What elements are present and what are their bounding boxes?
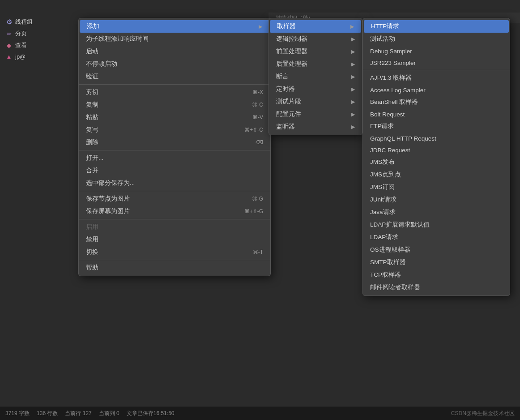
menu-item-enable: 启用 bbox=[79, 221, 270, 233]
menu-item-delete[interactable]: 删除 ⌫ bbox=[79, 136, 270, 149]
label: BeanShell 取样器 bbox=[370, 98, 503, 106]
sidebar-item-view[interactable]: ◆ 查看 bbox=[0, 39, 78, 51]
label: 启用 bbox=[86, 223, 263, 231]
submenu-arrow: ▶ bbox=[351, 124, 355, 130]
menu-item-jsr223-sampler[interactable]: JSR223 Sampler bbox=[363, 57, 510, 69]
label: 保存屏幕为图片 bbox=[86, 207, 234, 215]
sidebar-item-label: 线程组 bbox=[15, 18, 33, 26]
menu-item-jms-subscribe[interactable]: JMS订阅 bbox=[363, 181, 510, 193]
menu-item-jdbc-request[interactable]: JDBC Request bbox=[363, 144, 510, 156]
sidebar-item-jp[interactable]: ▲ jp@ bbox=[0, 51, 78, 62]
label: 删除 bbox=[86, 138, 245, 146]
menu-item-listener[interactable]: 监听器 ▶ bbox=[269, 120, 362, 133]
shortcut: ⌘-C bbox=[252, 102, 263, 108]
menu-item-mail-reader[interactable]: 邮件阅读者取样器 bbox=[363, 281, 510, 294]
label: JMS订阅 bbox=[370, 183, 503, 191]
menu-item-no-stop-start[interactable]: 不停顿启动 bbox=[79, 58, 270, 70]
menu-item-os-process[interactable]: OS进程取样器 bbox=[363, 244, 510, 256]
menu-item-junit-request[interactable]: JUnit请求 bbox=[363, 193, 510, 206]
shortcut: ⌘+⇧-C bbox=[244, 127, 263, 133]
menu-item-start[interactable]: 启动 bbox=[79, 45, 270, 58]
sidebar-item-label: jp@ bbox=[15, 53, 26, 60]
label: 为子线程添加响应时间 bbox=[86, 35, 263, 43]
label: 后置处理器 bbox=[276, 60, 348, 68]
submenu-arrow: ▶ bbox=[351, 36, 355, 42]
sidebar-item-label: 分页 bbox=[15, 30, 27, 38]
menu-item-ftp-request[interactable]: FTP请求 bbox=[363, 120, 510, 133]
menu-item-config-element[interactable]: 配置元件 ▶ bbox=[269, 108, 362, 120]
menu-item-assertion[interactable]: 断言 ▶ bbox=[269, 70, 362, 83]
menu-item-copy[interactable]: 复制 ⌘-C bbox=[79, 99, 270, 111]
menu-item-ldap-request[interactable]: LDAP请求 bbox=[363, 231, 510, 244]
menu-item-debug-sampler[interactable]: Debug Sampler bbox=[363, 45, 510, 57]
submenu-arrow: ▶ bbox=[351, 61, 355, 67]
label: 测试片段 bbox=[276, 98, 348, 106]
separator-1 bbox=[79, 84, 270, 85]
menu-item-jms-publish[interactable]: JMS发布 bbox=[363, 156, 510, 168]
menu-item-save-node-img[interactable]: 保存节点为图片 ⌘-G bbox=[79, 193, 270, 205]
menu-item-duplicate[interactable]: 复写 ⌘+⇧-C bbox=[79, 124, 270, 136]
menu-item-validate[interactable]: 验证 bbox=[79, 70, 270, 83]
label: 启动 bbox=[86, 47, 263, 56]
label: LDAP扩展请求默认值 bbox=[370, 221, 503, 229]
menu-item-cut[interactable]: 剪切 ⌘-X bbox=[79, 86, 270, 99]
watermark: CSDN@稀生掘金技术社区 bbox=[451, 410, 515, 417]
menu-item-merge[interactable]: 合并 bbox=[79, 164, 270, 177]
menu-item-save-screen-img[interactable]: 保存屏幕为图片 ⌘+⇧-G bbox=[79, 205, 270, 218]
menu-item-disable[interactable]: 禁用 bbox=[79, 233, 270, 246]
menu-item-help[interactable]: 帮助 bbox=[79, 261, 270, 274]
label: 前置处理器 bbox=[276, 47, 348, 56]
menu-item-graphql-http[interactable]: GraphQL HTTP Request bbox=[363, 133, 510, 144]
menu-item-smtp-sampler[interactable]: SMTP取样器 bbox=[363, 256, 510, 269]
label: TCP取样器 bbox=[370, 271, 503, 279]
menu-item-paste[interactable]: 粘贴 ⌘-V bbox=[79, 111, 270, 124]
context-menu-level1: 添加 ▶ 为子线程添加响应时间 启动 不停顿启动 验证 剪切 ⌘-X 复制 ⌘-… bbox=[78, 18, 271, 276]
menu-item-add-label: 添加 bbox=[87, 22, 255, 30]
chart-icon: ◆ bbox=[5, 42, 13, 49]
menu-item-logic-controller[interactable]: 逻辑控制器 ▶ bbox=[269, 33, 362, 45]
shortcut: ⌘-T bbox=[253, 249, 263, 255]
menu-item-post-processor[interactable]: 后置处理器 ▶ bbox=[269, 58, 362, 70]
menu-item-java-request[interactable]: Java请求 bbox=[363, 206, 510, 219]
gear-icon: ⚙ bbox=[5, 18, 13, 26]
label: 切换 bbox=[86, 248, 242, 256]
menu-item-sampler[interactable]: 取样器 ▶ bbox=[270, 20, 361, 33]
menu-item-save-selection[interactable]: 选中部分保存为... bbox=[79, 177, 270, 189]
menu-item-jms-point[interactable]: JMS点到点 bbox=[363, 168, 510, 181]
menu-item-ldap-ext[interactable]: LDAP扩展请求默认值 bbox=[363, 219, 510, 231]
menu-item-access-log-sampler[interactable]: Access Log Sampler bbox=[363, 84, 510, 96]
line-count: 136 行数 bbox=[37, 410, 58, 417]
status-bar: 3719 字数 136 行数 当前行 127 当前列 0 文章已保存16:51:… bbox=[0, 407, 520, 420]
label: 不停顿启动 bbox=[86, 60, 263, 68]
label: LDAP请求 bbox=[370, 233, 503, 241]
shortcut: ⌘+⇧-G bbox=[244, 208, 263, 214]
menu-item-add[interactable]: 添加 ▶ bbox=[80, 20, 269, 33]
label: 邮件阅读者取样器 bbox=[370, 283, 503, 291]
menu-item-beanshell-sampler[interactable]: BeanShell 取样器 bbox=[363, 96, 510, 108]
separator-l3-1 bbox=[363, 70, 510, 70]
label: GraphQL HTTP Request bbox=[370, 135, 503, 142]
menu-item-open[interactable]: 打开... bbox=[79, 152, 270, 164]
menu-item-tcp-sampler[interactable]: TCP取样器 bbox=[363, 269, 510, 281]
menu-item-test-activity[interactable]: 测试活动 bbox=[363, 33, 510, 45]
sidebar-item-page[interactable]: ✏ 分页 bbox=[0, 28, 78, 39]
menu-item-ajp-sampler[interactable]: AJP/1.3 取样器 bbox=[363, 72, 510, 84]
menu-item-pre-processor[interactable]: 前置处理器 ▶ bbox=[269, 45, 362, 58]
shortcut: ⌘-V bbox=[252, 114, 263, 120]
menu-item-bolt-request[interactable]: Bolt Request bbox=[363, 108, 510, 120]
current-col: 当前列 0 bbox=[99, 410, 119, 417]
label: OS进程取样器 bbox=[370, 246, 503, 254]
label: 选中部分保存为... bbox=[86, 179, 263, 187]
shortcut: ⌘-G bbox=[252, 196, 263, 202]
menu-item-test-fragment[interactable]: 测试片段 ▶ bbox=[269, 95, 362, 108]
label: 复制 bbox=[86, 101, 241, 109]
sidebar-item-thread-group[interactable]: ⚙ 线程组 bbox=[0, 16, 78, 28]
menu-item-toggle[interactable]: 切换 ⌘-T bbox=[79, 246, 270, 258]
label: JDBC Request bbox=[370, 147, 503, 154]
shortcut: ⌘-X bbox=[252, 89, 263, 95]
label: 监听器 bbox=[276, 123, 348, 131]
menu-item-timer[interactable]: 定时器 ▶ bbox=[269, 83, 362, 95]
menu-item-add-response-time[interactable]: 为子线程添加响应时间 bbox=[79, 33, 270, 45]
menu-item-http-request[interactable]: HTTP请求 bbox=[364, 20, 509, 33]
label: 配置元件 bbox=[276, 110, 348, 118]
